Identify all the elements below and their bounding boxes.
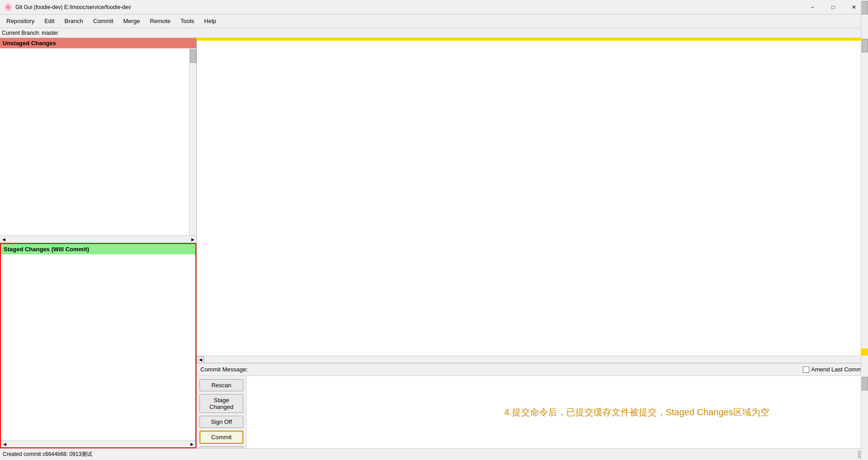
staged-scroll-left[interactable]: ◀	[1, 441, 8, 448]
menu-tools[interactable]: Tools	[176, 16, 199, 26]
unstaged-scroll-left[interactable]: ◀	[0, 236, 7, 243]
menu-repository[interactable]: Repository	[2, 16, 39, 26]
menu-help[interactable]: Help	[199, 16, 221, 26]
staged-list[interactable]	[1, 254, 195, 440]
unstaged-header: Unstaged Changes	[0, 38, 196, 48]
amend-label: Amend Last Commit	[811, 366, 864, 373]
unstaged-vscrollbar-thumb[interactable]	[190, 49, 196, 63]
staged-scroll-right[interactable]: ▶	[188, 441, 195, 448]
commit-message-vscrollbar[interactable]	[861, 376, 868, 448]
commit-textarea[interactable]	[247, 376, 868, 448]
branch-bar: Current Branch: master	[0, 28, 868, 38]
diff-vscrollbar[interactable]	[861, 38, 868, 348]
menu-branch[interactable]: Branch	[60, 16, 88, 26]
sign-off-button[interactable]: Sign Off	[199, 416, 243, 428]
window-title: Git Gui (foodie-dev) E:/imooc/service/fo…	[15, 4, 802, 10]
actions-and-message: Rescan Stage Changed Sign Off Commit Pus…	[197, 376, 868, 448]
right-panel: ◀ ▶ Commit Message: Amend Last Commit Re…	[197, 38, 868, 448]
commit-vscrollbar-thumb[interactable]	[862, 377, 868, 390]
rescan-button[interactable]: Rescan	[199, 379, 243, 391]
titlebar: 🌸 Git Gui (foodie-dev) E:/imooc/service/…	[0, 0, 868, 14]
app-icon: 🌸	[4, 3, 13, 12]
staged-header: Staged Changes (Will Commit)	[1, 244, 195, 254]
window-controls: − □ ✕	[802, 0, 864, 14]
bottom-right: Commit Message: Amend Last Commit Rescan…	[197, 363, 868, 448]
diff-area	[197, 38, 868, 356]
unstaged-vscrollbar[interactable]	[189, 48, 196, 235]
main-content: Unstaged Changes ◀ ▶ Staged Changes (Wil…	[0, 38, 868, 448]
maximize-button[interactable]: □	[823, 0, 844, 14]
menu-remote[interactable]: Remote	[145, 16, 175, 26]
status-text: Created commit c6644b68: 0913测试	[3, 451, 858, 458]
commit-button[interactable]: Commit	[199, 431, 243, 444]
menu-merge[interactable]: Merge	[119, 16, 145, 26]
commit-message-label: Commit Message:	[200, 366, 248, 373]
left-panel: Unstaged Changes ◀ ▶ Staged Changes (Wil…	[0, 38, 197, 448]
diff-scroll-left[interactable]: ◀	[197, 356, 204, 363]
statusbar: Created commit c6644b68: 0913测试	[0, 448, 868, 460]
menubar: Repository Edit Branch Commit Merge Remo…	[0, 14, 868, 28]
stage-changed-button[interactable]: Stage Changed	[199, 394, 243, 413]
unstaged-section: Unstaged Changes ◀ ▶	[0, 38, 196, 243]
staged-hscrollbar[interactable]: ◀ ▶	[1, 440, 195, 447]
menu-edit[interactable]: Edit	[40, 16, 59, 26]
current-branch-label: Current Branch: master	[2, 30, 58, 36]
action-buttons: Rescan Stage Changed Sign Off Commit Pus…	[197, 376, 247, 448]
amend-group: Amend Last Commit	[803, 366, 864, 373]
unstaged-list[interactable]	[0, 48, 196, 235]
diff-hscrollbar[interactable]: ◀ ▶	[197, 356, 868, 363]
amend-checkbox[interactable]	[803, 366, 809, 373]
diff-vscrollbar-thumb[interactable]	[862, 39, 868, 52]
minimize-button[interactable]: −	[802, 0, 823, 14]
diff-content[interactable]	[197, 41, 861, 356]
unstaged-scroll-right[interactable]: ▶	[189, 236, 196, 243]
diff-scroll-track	[204, 356, 861, 363]
staged-section: Staged Changes (Will Commit) ◀ ▶	[0, 243, 196, 448]
unstaged-hscrollbar[interactable]: ◀ ▶	[0, 235, 196, 243]
commit-message-area: 4.提交命令后，已提交缓存文件被提交，Staged Changes区域为空	[247, 376, 868, 448]
menu-commit[interactable]: Commit	[89, 16, 118, 26]
commit-message-bar: Commit Message: Amend Last Commit	[197, 363, 868, 376]
